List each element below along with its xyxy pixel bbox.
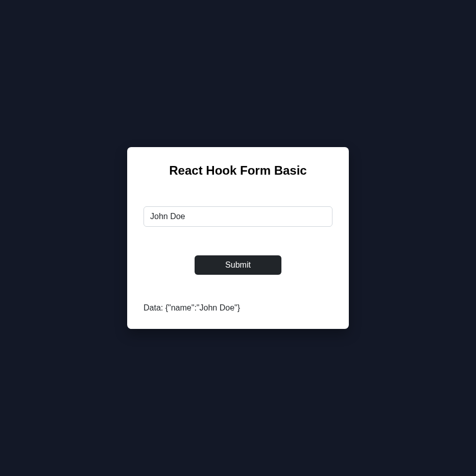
name-input[interactable]	[144, 206, 332, 227]
submit-button[interactable]: Submit	[195, 255, 281, 275]
button-wrapper: Submit	[144, 255, 332, 275]
output-value: {"name":"John Doe"}	[165, 303, 240, 312]
form-card: React Hook Form Basic Submit Data: {"nam…	[127, 147, 349, 329]
output-label: Data:	[144, 303, 165, 312]
data-output: Data: {"name":"John Doe"}	[144, 303, 332, 313]
card-title: React Hook Form Basic	[144, 163, 332, 178]
